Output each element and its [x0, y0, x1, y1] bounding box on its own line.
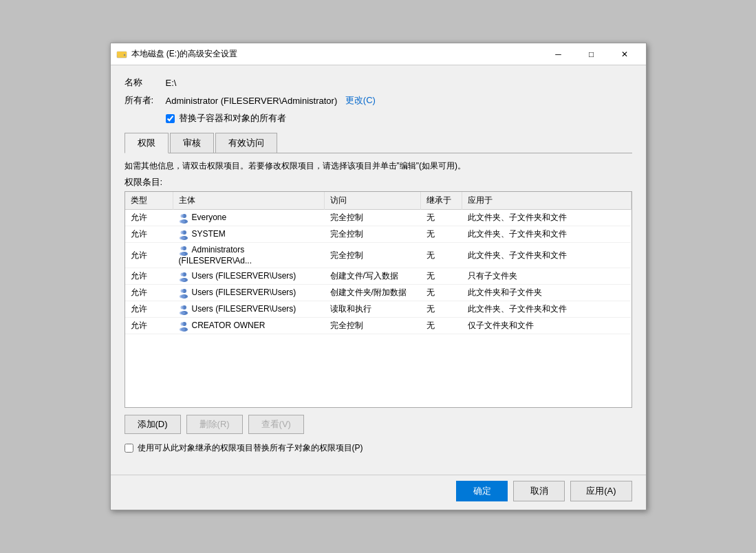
cell-apply: 仅子文件夹和文件 — [462, 318, 631, 334]
svg-point-17 — [180, 272, 184, 276]
svg-point-26 — [180, 311, 185, 314]
cell-type: 允许 — [125, 301, 173, 318]
table-row[interactable]: 允许 CREATOR OWNER 完全控制 无 仅子文件夹和文件 — [125, 318, 631, 334]
tab-audit[interactable]: 审核 — [170, 133, 214, 153]
col-access: 访问 — [325, 192, 421, 210]
svg-point-9 — [180, 230, 184, 234]
cell-apply: 此文件夹、子文件夹和文件 — [462, 226, 631, 243]
svg-point-29 — [180, 322, 184, 325]
replace-child-permissions-checkbox[interactable] — [125, 444, 133, 453]
apply-button[interactable]: 应用(A) — [570, 481, 631, 501]
owner-value: Administrator (FILESERVER\Administrator) — [166, 96, 338, 106]
cell-access: 创建文件夹/附加数据 — [325, 285, 421, 301]
svg-point-21 — [180, 289, 184, 292]
replace-owner-row: 替换子容器和对象的所有者 — [166, 112, 632, 124]
cell-access: 完全控制 — [325, 210, 421, 226]
cell-apply: 只有子文件夹 — [462, 268, 631, 285]
cell-apply: 此文件夹、子文件夹和文件 — [462, 301, 631, 318]
cell-principal: SYSTEM — [173, 226, 325, 243]
ok-button[interactable]: 确定 — [456, 481, 508, 501]
close-button[interactable]: ✕ — [609, 45, 640, 64]
svg-point-30 — [180, 327, 185, 331]
cell-inherit: 无 — [421, 301, 462, 318]
tab-effective-access[interactable]: 有效访问 — [215, 133, 277, 153]
tabs-container: 权限 审核 有效访问 — [125, 133, 632, 153]
svg-point-10 — [180, 236, 185, 239]
cell-inherit: 无 — [421, 243, 462, 268]
cell-apply: 此文件夹、子文件夹和文件 — [462, 243, 631, 268]
name-label: 名称 — [125, 76, 166, 89]
cell-type: 允许 — [125, 268, 173, 285]
col-apply: 应用于 — [462, 192, 631, 210]
svg-point-6 — [180, 219, 185, 223]
svg-point-13 — [180, 247, 184, 250]
info-text: 如需其他信息，请双击权限项目。若要修改权限项目，请选择该项目并单击"编辑"(如果… — [125, 160, 632, 172]
table-row[interactable]: 允许 Everyone 完全控制 无 此文件夹、子文件夹和文件 — [125, 210, 631, 226]
svg-point-14 — [180, 252, 185, 256]
change-owner-link[interactable]: 更改(C) — [345, 94, 376, 107]
tab-permissions[interactable]: 权限 — [125, 133, 169, 153]
maximize-button[interactable]: □ — [576, 45, 607, 64]
cell-inherit: 无 — [421, 210, 462, 226]
col-type: 类型 — [125, 192, 173, 210]
col-principal: 主体 — [173, 192, 325, 210]
name-row: 名称 E:\ — [125, 76, 632, 89]
cell-principal: Users (FILESERVER\Users) — [173, 268, 325, 285]
bottom-checkbox-row: 使用可从此对象继承的权限项目替换所有子对象的权限项目(P) — [125, 442, 632, 454]
replace-owner-checkbox[interactable] — [166, 114, 175, 123]
svg-point-2 — [123, 54, 125, 55]
content-area: 名称 E:\ 所有者: Administrator (FILESERVER\Ad… — [111, 65, 646, 475]
cell-access: 读取和执行 — [325, 301, 421, 318]
table-header-row: 类型 主体 访问 继承于 应用于 — [125, 192, 631, 210]
table-row[interactable]: 允许 Users (FILESERVER\Users) 创建文件夹/附加数据 无… — [125, 285, 631, 301]
cell-access: 创建文件/写入数据 — [325, 268, 421, 285]
cell-principal: CREATOR OWNER — [173, 318, 325, 334]
cell-inherit: 无 — [421, 226, 462, 243]
section-label: 权限条目: — [125, 176, 632, 188]
cell-apply: 此文件夹、子文件夹和文件 — [462, 210, 631, 226]
cell-apply: 此文件夹和子文件夹 — [462, 285, 631, 301]
cell-inherit: 无 — [421, 285, 462, 301]
title-text: 本地磁盘 (E:)的高级安全设置 — [131, 48, 543, 60]
title-bar-controls: ─ □ ✕ — [543, 45, 640, 64]
cell-type: 允许 — [125, 226, 173, 243]
cell-type: 允许 — [125, 318, 173, 334]
cell-access: 完全控制 — [325, 318, 421, 334]
table-row[interactable]: 允许 Users (FILESERVER\Users) 创建文件/写入数据 无 … — [125, 268, 631, 285]
permission-table: 类型 主体 访问 继承于 应用于 允许 Everyone 完全控制 无 此文件夹… — [125, 192, 631, 334]
name-value: E:\ — [166, 78, 177, 88]
cell-principal: Users (FILESERVER\Users) — [173, 301, 325, 318]
view-button[interactable]: 查看(V) — [248, 415, 304, 434]
owner-label: 所有者: — [125, 94, 166, 107]
cell-type: 允许 — [125, 285, 173, 301]
replace-child-permissions-label: 使用可从此对象继承的权限项目替换所有子对象的权限项目(P) — [138, 442, 363, 454]
cell-type: 允许 — [125, 210, 173, 226]
cancel-button[interactable]: 取消 — [513, 481, 565, 501]
cell-inherit: 无 — [421, 318, 462, 334]
col-inherit: 继承于 — [421, 192, 462, 210]
footer-buttons: 确定 取消 应用(A) — [111, 475, 646, 510]
cell-inherit: 无 — [421, 268, 462, 285]
cell-principal: Everyone — [173, 210, 325, 226]
owner-row: 所有者: Administrator (FILESERVER\Administr… — [125, 94, 632, 107]
cell-type: 允许 — [125, 243, 173, 268]
svg-point-18 — [180, 278, 185, 281]
svg-point-22 — [180, 294, 185, 298]
add-button[interactable]: 添加(D) — [125, 415, 181, 434]
main-window: 本地磁盘 (E:)的高级安全设置 ─ □ ✕ 名称 E:\ 所有者: Admin… — [110, 43, 647, 510]
table-row[interactable]: 允许 Administrators (FILESERVER\Ad... 完全控制… — [125, 243, 631, 268]
window-icon — [116, 49, 127, 60]
minimize-button[interactable]: ─ — [543, 45, 574, 64]
cell-access: 完全控制 — [325, 243, 421, 268]
permission-table-wrapper: 类型 主体 访问 继承于 应用于 允许 Everyone 完全控制 无 此文件夹… — [125, 191, 632, 408]
cell-principal: Administrators (FILESERVER\Ad... — [173, 243, 325, 268]
title-bar: 本地磁盘 (E:)的高级安全设置 ─ □ ✕ — [111, 43, 646, 65]
cell-principal: Users (FILESERVER\Users) — [173, 285, 325, 301]
svg-point-5 — [180, 214, 184, 217]
table-row[interactable]: 允许 SYSTEM 完全控制 无 此文件夹、子文件夹和文件 — [125, 226, 631, 243]
remove-button[interactable]: 删除(R) — [186, 415, 243, 434]
cell-access: 完全控制 — [325, 226, 421, 243]
svg-point-25 — [180, 305, 184, 309]
table-row[interactable]: 允许 Users (FILESERVER\Users) 读取和执行 无 此文件夹… — [125, 301, 631, 318]
replace-owner-label: 替换子容器和对象的所有者 — [179, 112, 286, 124]
